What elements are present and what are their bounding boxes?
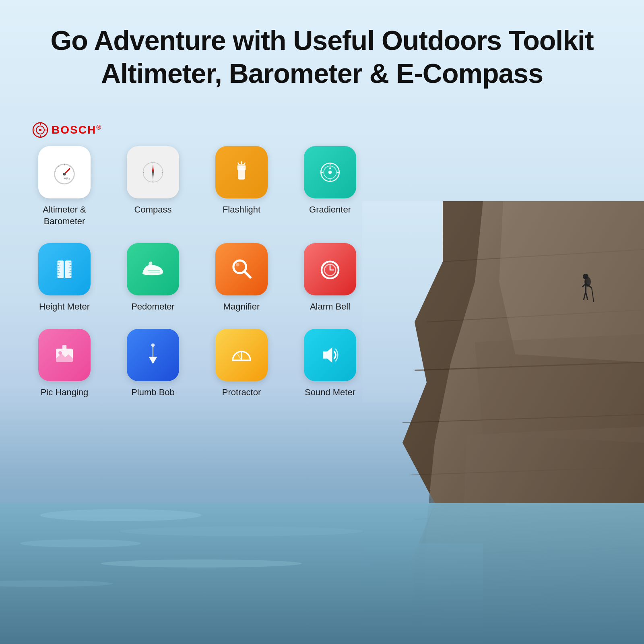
app-item-gradienter[interactable]: Gradienter [298,146,362,227]
app-label-sound-meter: Sound Meter [305,387,355,398]
app-label-gradienter: Gradienter [309,204,351,216]
app-label-height-meter: Height Meter [39,301,90,313]
app-item-compass[interactable]: Compass [121,146,185,227]
app-icon-pic-hanging [38,329,91,381]
svg-point-39 [39,129,41,131]
water-background [0,483,644,644]
apps-grid: MPa Altimeter & Barometer Compass Flashl… [32,146,612,398]
content-area: Go Adventure with Useful Outdoors Toolki… [0,0,644,407]
app-item-sound-meter[interactable]: Sound Meter [298,329,362,398]
svg-point-28 [40,509,201,521]
svg-point-91 [236,263,239,267]
svg-line-62 [238,163,239,165]
svg-point-47 [63,173,66,175]
app-item-magnifier[interactable]: Magnifier [209,243,274,313]
title-line2: Altimeter, Barometer & E-Compass [101,58,543,89]
app-item-pedometer[interactable]: Pedometer [121,243,185,313]
svg-line-44 [58,166,59,167]
app-icon-altimeter-barometer: MPa [38,146,91,198]
svg-point-57 [152,171,154,173]
app-icon-gradienter [304,146,356,198]
bosch-name: BOSCH® [52,124,102,136]
app-label-pedometer: Pedometer [131,301,175,313]
app-item-protractor[interactable]: ° Protractor [209,329,274,398]
app-label-protractor: Protractor [222,387,261,398]
app-icon-plumb-bob [127,329,179,381]
svg-line-45 [55,171,56,171]
svg-point-102 [151,343,155,347]
bosch-logo: BOSCH® [32,122,612,138]
app-icon-flashlight [215,146,268,198]
app-icon-alarm-bell [304,243,356,295]
svg-text:°: ° [240,356,242,360]
app-item-pic-hanging[interactable]: Pic Hanging [32,329,97,398]
app-item-altimeter-barometer[interactable]: MPa Altimeter & Barometer [32,146,97,227]
title-line1: Go Adventure with Useful Outdoors Toolki… [50,25,593,56]
svg-marker-56 [152,172,154,180]
svg-line-63 [244,163,245,165]
svg-point-31 [101,559,302,568]
app-icon-compass [127,146,179,198]
bosch-circle-icon [32,122,48,138]
svg-line-90 [244,272,250,278]
svg-rect-99 [62,345,67,349]
app-icon-sound-meter [304,329,356,381]
app-item-alarm-bell[interactable]: Alarm Bell [298,243,362,313]
headline: Go Adventure with Useful Outdoors Toolki… [0,24,644,90]
app-label-plumb-bob: Plumb Bob [131,387,175,398]
app-item-height-meter[interactable]: Height Meter [32,243,97,313]
app-label-compass: Compass [134,204,172,216]
page-title: Go Adventure with Useful Outdoors Toolki… [24,24,620,90]
app-item-plumb-bob[interactable]: Plumb Bob [121,329,185,398]
svg-text:MPa: MPa [64,177,70,180]
svg-line-43 [73,171,74,171]
svg-line-42 [70,166,70,167]
app-label-altimeter-barometer: Altimeter & Barometer [32,204,97,227]
app-icon-height-meter [38,243,91,295]
svg-marker-107 [323,347,332,363]
app-label-flashlight: Flashlight [223,204,260,216]
svg-point-30 [20,539,141,547]
svg-marker-101 [149,357,157,364]
app-label-alarm-bell: Alarm Bell [310,301,350,313]
svg-point-67 [328,171,332,174]
app-label-pic-hanging: Pic Hanging [41,387,89,398]
app-icon-magnifier [215,243,268,295]
svg-point-29 [121,526,362,536]
app-icon-protractor: ° [215,329,268,381]
apps-section: BOSCH® MPa Altimeter & Barometer Compas [0,114,644,406]
svg-rect-64 [239,178,244,180]
svg-marker-55 [152,165,154,172]
app-item-flashlight[interactable]: Flashlight [209,146,274,227]
app-label-magnifier: Magnifier [223,301,260,313]
svg-marker-72 [329,166,331,169]
app-icon-pedometer [127,243,179,295]
svg-rect-27 [0,503,644,644]
